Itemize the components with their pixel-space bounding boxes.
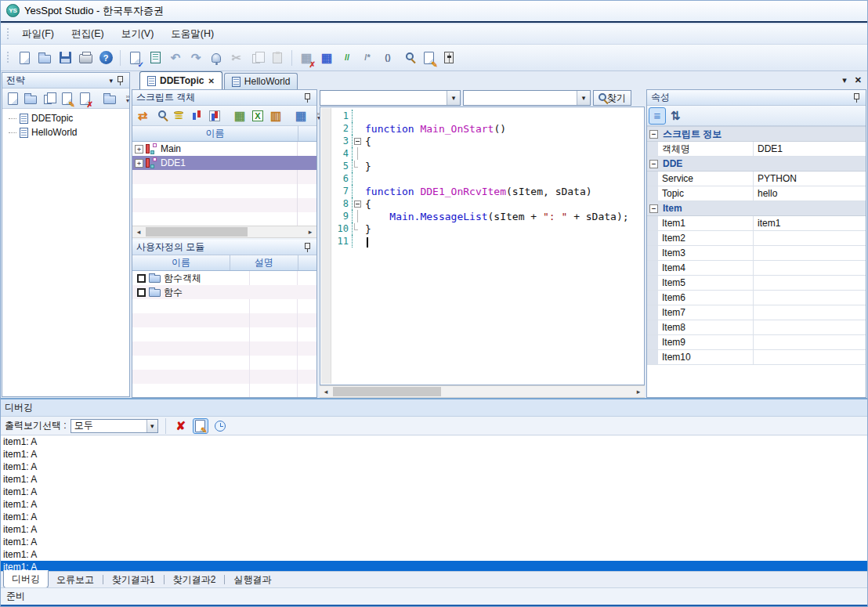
pin-icon[interactable] [854, 93, 859, 99]
bottom-tab-3[interactable]: 찾기결과1 [104, 572, 163, 588]
help-icon[interactable]: ? [96, 49, 115, 67]
sidebar-item-ddetopic[interactable]: DDETopic [2, 111, 129, 125]
comment-line-icon[interactable]: // [338, 49, 356, 67]
chevron-down-icon[interactable] [577, 91, 590, 105]
fold-gutter[interactable] [353, 135, 363, 147]
find-button[interactable]: 찾기 [593, 90, 631, 106]
pin-icon[interactable] [305, 93, 310, 99]
panel-menu-icon[interactable]: ▾ [109, 77, 113, 85]
object-row-dde1[interactable]: DDE1 [132, 156, 316, 170]
desc-column-header[interactable]: 설명 [230, 256, 298, 269]
log-line[interactable]: item1: A [0, 486, 868, 498]
collapse-icon[interactable] [649, 160, 658, 168]
new-strategy-icon[interactable] [4, 90, 21, 107]
code-editor[interactable]: 12function Main_OnStart()3{45}67function… [320, 107, 645, 385]
log-line[interactable]: item1: A [0, 435, 868, 448]
copy-strategy-icon[interactable] [40, 90, 57, 107]
bottom-tab-4[interactable]: 찾기결과2 [165, 572, 224, 588]
module-row-2[interactable]: 함수 [132, 285, 316, 299]
log-line[interactable]: item1: A [0, 511, 868, 523]
property-section-DDE[interactable]: DDE [647, 157, 866, 172]
alarm-icon[interactable] [207, 49, 226, 67]
database-icon[interactable] [170, 107, 187, 125]
property-value[interactable]: item1 [754, 218, 866, 229]
object-row-main[interactable]: Main [132, 142, 316, 156]
pin-icon[interactable] [118, 76, 123, 82]
chevron-down-icon[interactable] [447, 91, 460, 105]
property-section-Item[interactable]: Item [647, 201, 866, 216]
expand-icon[interactable] [135, 145, 143, 154]
parens-icon[interactable]: () [378, 49, 397, 67]
name-column-header[interactable]: 이름 [132, 256, 230, 269]
chart-window-icon[interactable] [206, 107, 223, 125]
output-filter-combo[interactable]: 모두 [71, 419, 158, 433]
menu-file[interactable]: 파일(F) [13, 24, 63, 44]
edit-strategy-icon[interactable]: ✎ [58, 90, 75, 107]
scroll-right-icon[interactable] [632, 386, 645, 397]
bottom-tab-2[interactable]: 오류보고 [49, 572, 102, 588]
close-document-icon[interactable] [855, 74, 862, 85]
find-combo-1[interactable] [320, 90, 461, 106]
module-checkbox[interactable] [137, 288, 146, 297]
table-add-icon[interactable]: ▦ [231, 107, 248, 125]
find-combo-2[interactable] [463, 90, 591, 106]
save-icon[interactable] [56, 49, 74, 67]
tab-list-dropdown-icon[interactable] [842, 74, 847, 85]
categorized-icon[interactable]: ≡ [649, 107, 666, 125]
menu-edit[interactable]: 편집(E) [63, 24, 113, 44]
timestamp-icon[interactable] [212, 418, 228, 434]
module-row-1[interactable]: 함수객체 [132, 271, 316, 285]
tab-helloworld[interactable]: HelloWorld [224, 73, 298, 89]
sidebar-item-helloworld[interactable]: HelloWorld [2, 125, 129, 139]
open-strategy-icon[interactable] [22, 90, 39, 107]
bottom-tab-1[interactable]: 디버깅 [3, 570, 49, 588]
arrange-icon[interactable]: ⇄ [134, 107, 151, 125]
compile-icon[interactable] [146, 49, 165, 67]
property-value[interactable]: DDE1 [754, 143, 866, 154]
property-value[interactable]: hello [754, 188, 866, 199]
scrollbar-thumb[interactable] [146, 227, 248, 237]
collapse-icon[interactable] [649, 130, 658, 139]
search-icon[interactable] [399, 49, 418, 67]
log-line[interactable]: item1: A [0, 536, 868, 548]
name-column-header[interactable]: 이름 [132, 127, 298, 140]
log-line[interactable]: item1: A [0, 448, 868, 461]
print-icon[interactable] [76, 49, 95, 67]
folder-icon[interactable] [101, 90, 118, 107]
open-file-icon[interactable] [35, 49, 54, 67]
menu-help[interactable]: 도움말(H) [162, 24, 222, 44]
close-tab-icon[interactable] [208, 75, 214, 86]
log-line[interactable]: item1: A [0, 523, 868, 536]
pin-icon[interactable] [305, 243, 310, 249]
fold-gutter[interactable] [353, 197, 363, 210]
scroll-left-icon[interactable] [320, 386, 332, 397]
redo-icon[interactable]: ↷ [186, 49, 205, 67]
delete-table-icon[interactable]: ▦✗ [297, 49, 316, 67]
syntax-check-icon[interactable]: ✓ [125, 49, 144, 67]
option-icon[interactable] [439, 49, 458, 67]
scrollbar-thumb[interactable] [333, 387, 441, 396]
property-value[interactable]: PYTHON [754, 173, 866, 184]
collapse-icon[interactable] [649, 204, 658, 213]
log-line[interactable]: item1: A [0, 561, 868, 571]
scroll-left-icon[interactable] [132, 226, 145, 237]
grid-icon[interactable]: ▦ [317, 49, 336, 67]
menu-view[interactable]: 보기(V) [113, 24, 163, 44]
form-edit-icon[interactable]: ✎ [419, 49, 438, 67]
chevron-down-icon[interactable] [146, 420, 157, 432]
editor-hscrollbar[interactable] [320, 385, 645, 398]
scroll-right-icon[interactable] [304, 226, 316, 237]
tab-ddetopic[interactable]: DDETopic [139, 71, 222, 89]
delete-strategy-icon[interactable]: ✗ [76, 90, 93, 107]
comment-block-icon[interactable]: /* [358, 49, 377, 67]
new-file-icon[interactable] [15, 49, 34, 67]
chart-object-icon[interactable] [188, 107, 205, 125]
property-section-스크립트 정보[interactable]: 스크립트 정보 [647, 127, 866, 142]
expand-icon[interactable] [135, 159, 143, 168]
sort-az-icon[interactable]: ⇅ [667, 107, 684, 125]
script-objects-hscrollbar[interactable] [132, 226, 316, 238]
log-line[interactable]: item1: A [0, 473, 868, 486]
log-line[interactable]: item1: A [0, 498, 868, 511]
bottom-tab-5[interactable]: 실행결과 [226, 572, 279, 588]
module-checkbox[interactable] [137, 274, 146, 283]
